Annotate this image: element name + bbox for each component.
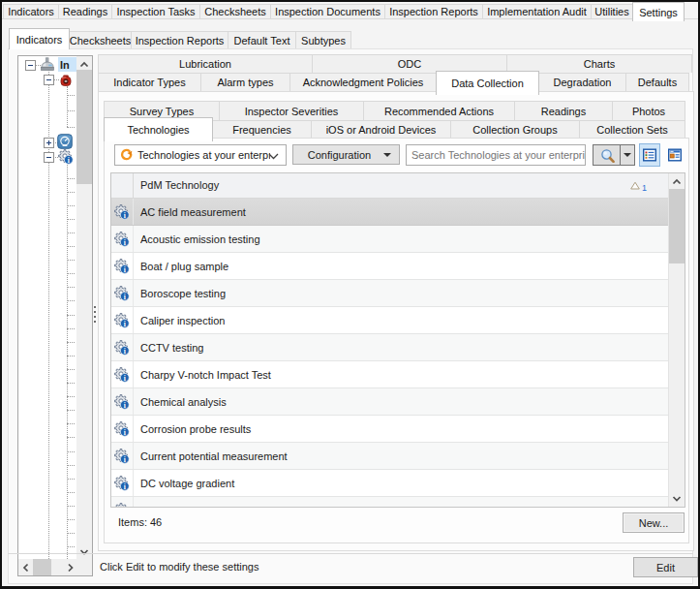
tab-lubrication[interactable]: Lubrication — [98, 54, 313, 73]
tab-ios-or-android-devices[interactable]: iOS or Android Devices — [311, 120, 451, 138]
configuration-button-label: Configuration — [308, 149, 371, 161]
tab-default-text[interactable]: Default Text — [228, 31, 296, 48]
technology-icon-cell — [111, 388, 134, 415]
tree-connector-hline — [67, 95, 75, 97]
tab-acknowledgment-policies[interactable]: Acknowledgment Policies — [289, 73, 437, 91]
tab-alarm-types[interactable]: Alarm types — [200, 73, 290, 91]
tab-data-collection[interactable]: Data Collection — [436, 71, 539, 95]
grid-row[interactable]: Boat / plug sample — [111, 253, 668, 280]
grip-dot — [94, 306, 96, 308]
tree-root-label[interactable]: In — [58, 57, 76, 72]
tree-connector-hline — [67, 410, 75, 412]
grid-vscroll-thumb[interactable] — [669, 189, 685, 264]
tree-vscroll-thumb[interactable] — [76, 70, 92, 184]
tab-subtypes[interactable]: Subtypes — [295, 31, 351, 48]
tab-collection-groups[interactable]: Collection Groups — [450, 120, 580, 138]
technology-name: Boroscope testing — [140, 288, 226, 299]
tree-scroll-right-button[interactable] — [63, 559, 76, 575]
tree-hscrollbar[interactable] — [18, 559, 76, 575]
tree-vscrollbar[interactable] — [76, 56, 92, 559]
gear-info-icon — [114, 286, 130, 301]
tree-connector-hline — [67, 232, 75, 234]
tree-connector-hline — [67, 546, 75, 548]
tree-connector-vline — [67, 86, 69, 127]
grid-row[interactable]: AC field measurement — [111, 199, 668, 226]
scope-combobox[interactable]: Technologies at your enterprise — [114, 144, 287, 166]
splitter-grip[interactable] — [94, 303, 97, 323]
tab-indicators[interactable]: Indicators — [3, 4, 59, 18]
tab-defaults[interactable]: Defaults — [625, 73, 689, 91]
tree-scroll-corner — [76, 559, 92, 575]
tree-connector-hline — [67, 328, 75, 330]
technology-name: Charpy V-notch Impact Test — [140, 369, 271, 381]
tab-inspection-tasks[interactable]: Inspection Tasks — [111, 4, 200, 18]
tab-implementation-audit[interactable]: Implementation Audit — [482, 4, 592, 18]
gauge-icon — [57, 134, 73, 149]
tab-inspector-severities[interactable]: Inspector Severities — [219, 101, 364, 120]
tab-technologies[interactable]: Technologies — [104, 117, 213, 141]
tab-readings[interactable]: Readings — [58, 4, 112, 18]
tree-connector-hline — [67, 465, 75, 467]
tree-connector-vline — [67, 165, 69, 559]
collapse-expander[interactable] — [44, 75, 54, 85]
tree-connector-hline — [67, 369, 75, 371]
chevron-right-icon — [67, 563, 74, 573]
tree-hscroll-thumb[interactable] — [33, 559, 51, 575]
tab-checksheets[interactable]: Checksheets — [199, 4, 271, 18]
tab-utilities[interactable]: Utilities — [591, 4, 633, 18]
tab-frequencies[interactable]: Frequencies — [212, 120, 312, 138]
search-input[interactable] — [411, 149, 585, 161]
tab-collection-sets[interactable]: Collection Sets — [579, 120, 685, 138]
tree-connector-hline — [67, 273, 75, 275]
gear-info-icon — [114, 259, 130, 274]
tab-inspection-reports[interactable]: Inspection Reports — [384, 4, 483, 18]
tab-indicators[interactable]: Indicators — [9, 28, 70, 49]
grid-row[interactable]: Corrosion probe results — [111, 416, 668, 443]
new-button[interactable]: New... — [623, 512, 685, 533]
tab-inspection-documents[interactable]: Inspection Documents — [270, 4, 385, 18]
tab-degradation[interactable]: Degradation — [538, 73, 626, 91]
configuration-button[interactable]: Configuration — [292, 144, 400, 165]
grid-row[interactable]: Acoustic emission testing — [111, 226, 668, 253]
collapse-expander[interactable] — [44, 152, 54, 163]
card-view-button[interactable] — [664, 143, 685, 167]
tab-checksheets[interactable]: Checksheets — [69, 31, 132, 48]
collapse-expander[interactable] — [25, 60, 36, 71]
list-view-button[interactable] — [639, 143, 660, 167]
grid-row[interactable]: Current potential measurement — [111, 443, 668, 470]
technology-icon-cell — [111, 253, 134, 279]
edit-button[interactable]: Edit — [633, 557, 698, 577]
combobox-chevron-icon — [268, 153, 279, 160]
tree-connector-hline — [67, 219, 75, 221]
grid-header-label[interactable]: PdM Technology — [140, 179, 219, 191]
expand-expander[interactable] — [44, 138, 54, 148]
search-options-button[interactable] — [621, 145, 634, 165]
grid-row[interactable]: DC voltage gradient — [111, 470, 668, 497]
grid-row[interactable]: Charpy V-notch Impact Test — [111, 361, 668, 388]
tree-scroll-left-button[interactable] — [18, 559, 32, 575]
grid-vscrollbar[interactable] — [668, 173, 685, 507]
grid-scroll-up-button[interactable] — [669, 173, 685, 190]
grid-row[interactable]: Caliper inspection — [111, 307, 668, 334]
tab-settings[interactable]: Settings — [632, 2, 685, 21]
grid-row[interactable]: CCTV testing — [111, 334, 668, 361]
grid-row[interactable]: Chemical analysis — [111, 388, 668, 416]
technology-name: Caliper inspection — [140, 315, 225, 326]
tab-photos[interactable]: Photos — [612, 101, 685, 120]
technology-name: DC voltage gradient — [140, 478, 234, 489]
technology-icon-cell — [111, 307, 134, 333]
grid-row[interactable]: Boroscope testing — [111, 280, 668, 307]
search-button[interactable] — [593, 145, 621, 165]
tab-indicator-types[interactable]: Indicator Types — [98, 73, 201, 91]
tree-connector-hline — [67, 533, 75, 535]
tab-recommended-actions[interactable]: Recommended Actions — [363, 101, 515, 120]
tree-scroll-down-button[interactable] — [76, 543, 92, 559]
tab-readings[interactable]: Readings — [514, 101, 613, 120]
indicator-tree[interactable]: In — [18, 56, 76, 559]
grid-scroll-down-button[interactable] — [669, 490, 685, 507]
grid-row[interactable]: Destructive testing — [111, 497, 668, 507]
tab-inspection-reports[interactable]: Inspection Reports — [131, 31, 228, 48]
status-message: Click Edit to modify these settings — [100, 561, 259, 573]
machine-icon — [40, 57, 55, 73]
indicator-tree-panel: In — [17, 55, 93, 576]
